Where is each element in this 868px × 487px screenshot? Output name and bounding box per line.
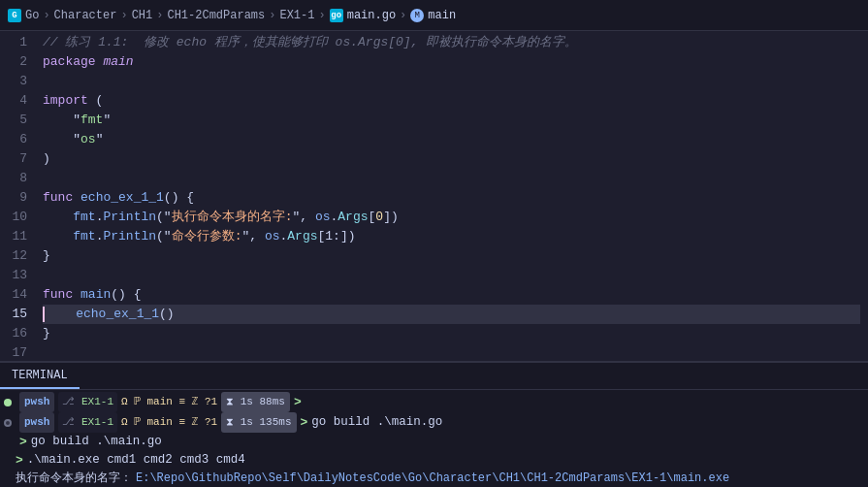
code-token: (" [156, 208, 172, 227]
tab-bar: G Go › Character › CH1 › CH1-2CmdParams … [0, 0, 868, 31]
code-token: ", [241, 227, 264, 246]
code-token: 0 [375, 208, 383, 227]
terminal-line: pwsh⎇ EX1-1Ω ℙ main ≡ ℤ ?1⧗ 1s 88ms> [4, 392, 864, 412]
command-text: go build .\main.go [31, 433, 162, 451]
code-token: fmt [73, 208, 95, 227]
breadcrumb-character[interactable]: Character [54, 9, 117, 22]
breadcrumb-symbol: main [428, 9, 456, 22]
code-token: os [265, 227, 280, 246]
code-token [96, 52, 104, 72]
prompt-badge: pwsh [19, 412, 54, 433]
terminal: TERMINAL pwsh⎇ EX1-1Ω ℙ main ≡ ℤ ?1⧗ 1s … [0, 361, 868, 487]
command-text: go build .\main.go [311, 413, 442, 432]
code-token: Println [103, 227, 156, 246]
code-line: } [43, 324, 860, 343]
code-line: "os" [43, 130, 860, 149]
code-token: } [43, 324, 50, 343]
code-line: package main [43, 52, 860, 72]
code-line: } [43, 246, 860, 266]
branch-badge: ⎇ EX1-1 [58, 392, 117, 412]
branch-icon: ⎇ [62, 416, 75, 428]
terminal-content: pwsh⎇ EX1-1Ω ℙ main ≡ ℤ ?1⧗ 1s 88ms>pwsh… [0, 390, 868, 487]
session-dot [4, 399, 12, 406]
go-icon: G [8, 9, 21, 22]
code-token: ( [88, 91, 104, 111]
prompt-badge: pwsh [19, 392, 54, 412]
code-line: func echo_ex_1_1() { [43, 188, 860, 208]
code-token [46, 305, 76, 324]
terminal-exec-line: > .\main.exe cmd1 cmd2 cmd3 cmd4 [4, 451, 864, 470]
terminal-tab[interactable]: TERMINAL [0, 363, 80, 389]
breadcrumb-ch1-2[interactable]: CH1-2CmdParams [167, 9, 265, 22]
terminal-command-line: > go build .\main.go [4, 433, 864, 451]
breadcrumb-file[interactable]: main.go [347, 9, 396, 22]
branch-badge: ⎇ EX1-1 [58, 412, 117, 433]
cmd-prompt-symbol: > [294, 393, 302, 411]
code-token: ) [43, 149, 50, 169]
code-line: func main() { [43, 285, 860, 305]
code-token: . [330, 208, 338, 227]
output-label: 执行命令本身的名字： [16, 470, 132, 487]
code-token: package [43, 52, 96, 72]
code-token: fmt [73, 227, 95, 246]
breadcrumb-ch1[interactable]: CH1 [132, 9, 153, 22]
code-token: echo_ex_1_1 [76, 305, 159, 324]
git-info: Ω ℙ main ≡ ℤ ?1 [121, 393, 217, 411]
command-text: .\main.exe cmd1 cmd2 cmd3 cmd4 [27, 451, 245, 470]
code-token: " [43, 130, 80, 149]
code-token: fmt [80, 111, 103, 130]
text-cursor [43, 307, 45, 322]
code-token: Println [103, 208, 156, 227]
code-token: func [43, 188, 73, 208]
output-path: E:\Repo\GithubRepo\Self\DailyNotesCode\G… [136, 470, 729, 487]
code-token [73, 285, 80, 305]
code-token: func [43, 285, 73, 305]
code-line: fmt.Println("命令行参数:", os.Args[1:]) [43, 227, 860, 246]
cmd-prompt-symbol: > [19, 433, 27, 451]
symbol-icon: M [410, 9, 424, 22]
breadcrumb: G Go › Character › CH1 › CH1-2CmdParams … [8, 9, 456, 22]
code-token: () [159, 305, 175, 324]
branch-name: EX1-1 [81, 416, 113, 428]
branch-icon: ⎇ [62, 396, 75, 407]
code-token: main [103, 52, 133, 72]
go-file-icon: go [330, 9, 343, 22]
code-token: (" [156, 227, 172, 246]
pwsh-label: pwsh [24, 393, 49, 411]
cmd-prompt-symbol: > [16, 451, 23, 470]
terminal-line: pwsh⎇ EX1-1Ω ℙ main ≡ ℤ ?1⧗ 1s 135ms> go… [4, 412, 864, 433]
line-numbers: 1234567891011121314151617 [0, 31, 35, 361]
code-token: [ [369, 208, 376, 227]
code-token: ]) [383, 208, 399, 227]
code-token: ", [292, 208, 314, 227]
code-line: import ( [43, 91, 860, 111]
code-line: echo_ex_1_1() [43, 305, 860, 324]
code-token: . [96, 227, 104, 246]
code-token: import [43, 91, 88, 111]
code-line [43, 343, 860, 361]
branch-name: EX1-1 [81, 396, 113, 407]
code-token: " [96, 130, 104, 149]
code-token: Args [338, 208, 368, 227]
session-dot [4, 419, 12, 427]
code-token: os [315, 208, 331, 227]
code-token: () { [164, 188, 194, 208]
code-line [43, 169, 860, 188]
code-line: fmt.Println("执行命令本身的名字:", os.Args[0]) [43, 208, 860, 227]
code-token: " [43, 111, 80, 130]
code-token: 执行命令本身的名字: [172, 208, 293, 227]
pwsh-label: pwsh [24, 413, 49, 432]
code-token: Args [287, 227, 317, 246]
breadcrumb-go[interactable]: Go [25, 9, 39, 22]
code-token: [1:]) [318, 227, 356, 246]
code-token: main [80, 285, 111, 305]
code-token [43, 208, 73, 227]
terminal-tab-bar: TERMINAL [0, 363, 868, 390]
code-token: // 练习 1.1: 修改 echo 程序，使其能够打印 os.Args[0],… [43, 33, 577, 52]
terminal-output: 执行命令本身的名字：E:\Repo\GithubRepo\Self\DailyN… [4, 470, 864, 487]
breadcrumb-ex1-1[interactable]: EX1-1 [279, 9, 314, 22]
code-area[interactable]: // 练习 1.1: 修改 echo 程序，使其能够打印 os.Args[0],… [35, 31, 868, 361]
code-token: echo_ex_1_1 [80, 188, 164, 208]
code-token: " [103, 111, 111, 130]
git-info: Ω ℙ main ≡ ℤ ?1 [121, 413, 217, 432]
